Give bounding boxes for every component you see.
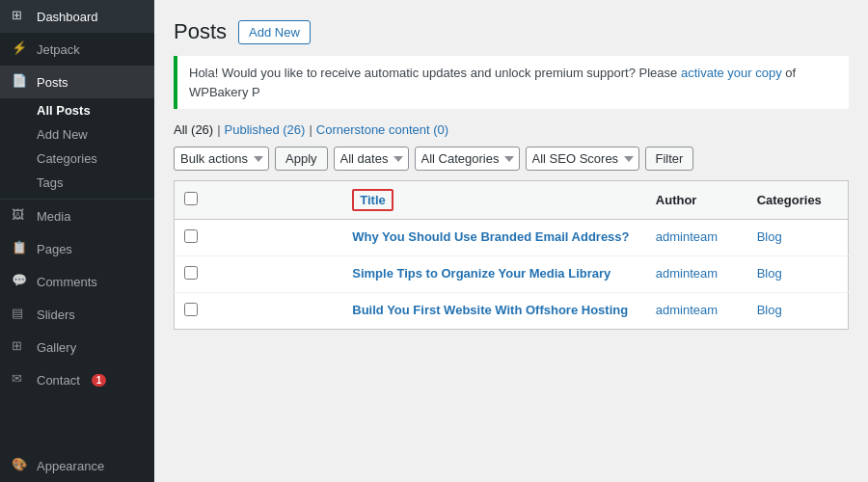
sidebar-item-jetpack[interactable]: ⚡ Jetpack [0, 33, 154, 66]
page-header: Posts Add New [174, 19, 849, 44]
sep2: | [309, 122, 312, 137]
sidebar: ⊞ Dashboard ⚡ Jetpack 📄 Posts All Posts … [0, 0, 154, 482]
seo-scores-select[interactable]: All SEO Scores [526, 147, 639, 171]
add-new-button[interactable]: Add New [238, 20, 311, 44]
sep1: | [217, 122, 220, 137]
dates-select[interactable]: All dates [334, 147, 409, 171]
row-categories-cell: Blog [747, 220, 849, 256]
notice-link[interactable]: activate your copy [681, 66, 782, 80]
sidebar-subitem-all-posts[interactable]: All Posts [0, 98, 154, 122]
row-title-cell: Simple Tips to Organize Your Media Libra… [342, 256, 646, 293]
category-link[interactable]: Blog [757, 303, 782, 317]
sidebar-item-label: Comments [37, 275, 97, 289]
page-title: Posts [174, 19, 227, 44]
sidebar-item-gallery[interactable]: ⊞ Gallery [0, 331, 154, 363]
row-checkbox-cell [175, 256, 343, 293]
select-all-checkbox[interactable] [184, 192, 198, 205]
post-title-link[interactable]: Why You Should Use Branded Email Address… [352, 229, 629, 244]
sidebar-subitem-categories[interactable]: Categories [0, 147, 154, 171]
dashboard-icon: ⊞ [12, 8, 29, 25]
row-checkbox[interactable] [184, 303, 198, 316]
post-title-link[interactable]: Build You First Website With Offshore Ho… [352, 303, 628, 317]
sidebar-item-label: Media [37, 209, 70, 224]
col-header-title: Title [342, 181, 646, 220]
row-title-cell: Build You First Website With Offshore Ho… [342, 293, 646, 330]
row-title-cell: Why You Should Use Branded Email Address… [342, 220, 646, 256]
contact-badge: 1 [92, 374, 107, 387]
row-author-cell: adminteam [646, 220, 747, 256]
bulk-actions-select[interactable]: Bulk actions [174, 147, 269, 171]
sidebar-subitem-tags[interactable]: Tags [0, 171, 154, 195]
main-content: Posts Add New Hola! Would you like to re… [154, 0, 868, 482]
row-checkbox[interactable] [184, 266, 198, 280]
posts-table: Title Author Categories Why You Should U… [174, 180, 849, 330]
sidebar-subitem-add-new[interactable]: Add New [0, 122, 154, 147]
author-link[interactable]: adminteam [656, 266, 718, 281]
author-link[interactable]: adminteam [656, 303, 718, 317]
contact-icon: ✉ [12, 371, 29, 388]
filter-button[interactable]: Filter [645, 147, 694, 171]
sidebar-item-label: Contact [37, 373, 80, 388]
apply-button[interactable]: Apply [275, 147, 328, 171]
row-checkbox-cell [175, 220, 343, 256]
view-published[interactable]: Published (26) [225, 122, 306, 137]
table-row: Build You First Website With Offshore Ho… [175, 293, 849, 330]
category-link[interactable]: Blog [757, 229, 782, 244]
row-checkbox-cell [175, 293, 343, 330]
sidebar-item-contact[interactable]: ✉ Contact 1 [0, 363, 154, 396]
row-categories-cell: Blog [747, 256, 849, 293]
views-nav: All (26) | Published (26) | Cornerstone … [174, 122, 849, 137]
post-title-link[interactable]: Simple Tips to Organize Your Media Libra… [352, 266, 610, 281]
col-header-author: Author [646, 181, 747, 220]
comments-icon: 💬 [12, 273, 29, 290]
sidebar-item-media[interactable]: 🖼 Media [0, 200, 154, 232]
category-link[interactable]: Blog [757, 266, 782, 281]
table-nav: Bulk actions Apply All dates All Categor… [174, 147, 849, 171]
appearance-icon: 🎨 [12, 457, 29, 474]
view-all[interactable]: All (26) [174, 122, 213, 137]
sidebar-item-comments[interactable]: 💬 Comments [0, 265, 154, 298]
sidebar-item-appearance[interactable]: 🎨 Appearance [0, 449, 154, 482]
sliders-icon: ▤ [12, 306, 29, 323]
title-column-label[interactable]: Title [360, 193, 386, 207]
row-author-cell: adminteam [646, 256, 747, 293]
sidebar-item-pages[interactable]: 📋 Pages [0, 232, 154, 265]
pages-icon: 📋 [12, 240, 29, 257]
sidebar-item-label: Posts [37, 75, 68, 90]
sidebar-item-label: Sliders [37, 308, 75, 322]
categories-select[interactable]: All Categories [415, 147, 520, 171]
sidebar-item-label: Pages [37, 242, 72, 256]
gallery-icon: ⊞ [12, 338, 29, 356]
sidebar-item-label: Appearance [37, 459, 104, 473]
sidebar-item-sliders[interactable]: ▤ Sliders [0, 298, 154, 331]
row-author-cell: adminteam [646, 293, 747, 330]
col-header-cb [175, 181, 343, 220]
view-cornerstone[interactable]: Cornerstone content (0) [316, 122, 448, 137]
sidebar-item-label: Gallery [37, 340, 76, 355]
notice-text: Hola! Would you like to receive automati… [189, 66, 681, 80]
sidebar-item-dashboard[interactable]: ⊞ Dashboard [0, 0, 154, 33]
row-categories-cell: Blog [747, 293, 849, 330]
sidebar-item-posts[interactable]: 📄 Posts [0, 66, 154, 98]
col-header-categories: Categories [747, 181, 849, 220]
row-checkbox[interactable] [184, 229, 198, 243]
media-icon: 🖼 [12, 207, 29, 225]
notice-bar: Hola! Would you like to receive automati… [174, 56, 849, 109]
title-header-wrap: Title [352, 189, 393, 211]
sidebar-item-label: Dashboard [37, 10, 98, 24]
sidebar-item-label: Jetpack [37, 42, 80, 57]
jetpack-icon: ⚡ [12, 40, 29, 58]
table-row: Simple Tips to Organize Your Media Libra… [175, 256, 849, 293]
table-row: Why You Should Use Branded Email Address… [175, 220, 849, 256]
posts-icon: 📄 [12, 73, 29, 91]
author-link[interactable]: adminteam [656, 229, 718, 244]
